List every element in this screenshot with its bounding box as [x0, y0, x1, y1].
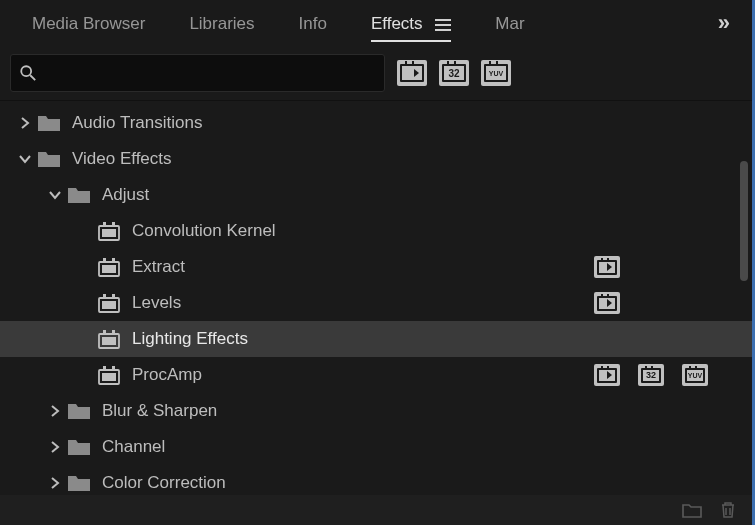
effects-toolbar: 32 YUV: [0, 46, 752, 100]
badge-yuv-icon: YUV: [682, 364, 708, 386]
svg-rect-7: [103, 258, 106, 262]
badge-32bit-icon: 32: [638, 364, 664, 386]
svg-point-0: [21, 66, 31, 76]
effects-tree: Audio TransitionsVideo EffectsAdjustConv…: [0, 101, 752, 492]
tree-item[interactable]: Lighting Effects: [0, 321, 752, 357]
preset-icon: [96, 365, 122, 385]
tree-folder[interactable]: Channel: [0, 429, 752, 465]
svg-line-1: [30, 75, 35, 80]
tab-libraries[interactable]: Libraries: [167, 4, 276, 42]
svg-rect-8: [112, 258, 115, 262]
svg-rect-5: [102, 229, 116, 237]
tree-folder[interactable]: Adjust: [0, 177, 752, 213]
svg-rect-19: [103, 366, 106, 370]
badge-group: [594, 256, 744, 278]
tree-item-label: Video Effects: [72, 149, 594, 169]
svg-rect-17: [102, 337, 116, 345]
effects-tree-container: Audio TransitionsVideo EffectsAdjustConv…: [0, 100, 752, 492]
preset-icon: [96, 293, 122, 313]
panel-tabs: Media Browser Libraries Info Effects Mar…: [0, 0, 752, 46]
badge-group: [594, 292, 744, 314]
tab-markers-truncated[interactable]: Mar: [473, 4, 546, 42]
folder-icon: [66, 401, 92, 421]
tab-media-browser[interactable]: Media Browser: [10, 4, 167, 42]
new-bin-icon[interactable]: [682, 502, 702, 518]
svg-rect-11: [103, 294, 106, 298]
tree-item-label: Blur & Sharpen: [102, 401, 594, 421]
tree-item-label: Extract: [132, 257, 594, 277]
svg-rect-13: [102, 301, 116, 309]
folder-icon: [36, 149, 62, 169]
chevron-down-icon[interactable]: [44, 190, 66, 200]
tab-effects[interactable]: Effects: [349, 4, 473, 42]
scrollbar-thumb[interactable]: [740, 161, 748, 281]
badge-accelerated-icon: [594, 256, 620, 278]
tab-info[interactable]: Info: [277, 4, 349, 42]
preset-icon: [96, 257, 122, 277]
folder-icon: [66, 185, 92, 205]
chevron-right-icon[interactable]: [44, 477, 66, 489]
tree-item-label: ProcAmp: [132, 365, 594, 385]
search-field-wrap: [10, 54, 385, 92]
folder-icon: [36, 113, 62, 133]
tree-item[interactable]: ProcAmp32YUV: [0, 357, 752, 393]
tabs-overflow-button[interactable]: »: [706, 4, 742, 42]
folder-icon: [66, 473, 92, 492]
tree-item-label: Color Correction: [102, 473, 594, 492]
tree-item[interactable]: Levels: [0, 285, 752, 321]
badge-accelerated-icon: [594, 364, 620, 386]
search-input[interactable]: [37, 65, 376, 82]
tree-item-label: Convolution Kernel: [132, 221, 594, 241]
tree-folder[interactable]: Audio Transitions: [0, 105, 752, 141]
filter-accelerated-button[interactable]: [397, 60, 427, 86]
svg-rect-12: [112, 294, 115, 298]
preset-icon: [96, 221, 122, 241]
tree-item-label: Levels: [132, 293, 594, 313]
svg-rect-16: [112, 330, 115, 334]
tree-folder[interactable]: Blur & Sharpen: [0, 393, 752, 429]
panel-menu-icon[interactable]: [435, 19, 451, 31]
svg-rect-20: [112, 366, 115, 370]
chevron-right-icon[interactable]: [44, 405, 66, 417]
preset-icon: [96, 329, 122, 349]
chevron-down-icon[interactable]: [14, 154, 36, 164]
svg-rect-3: [103, 222, 106, 226]
tree-folder[interactable]: Color Correction: [0, 465, 752, 492]
tree-item-label: Adjust: [102, 185, 594, 205]
badge-accelerated-icon: [594, 292, 620, 314]
svg-rect-21: [102, 373, 116, 381]
badge-group: 32YUV: [594, 364, 744, 386]
chevron-right-icon[interactable]: [14, 117, 36, 129]
tree-item-label: Audio Transitions: [72, 113, 594, 133]
filter-32bit-button[interactable]: 32: [439, 60, 469, 86]
tree-item[interactable]: Convolution Kernel: [0, 213, 752, 249]
delete-icon[interactable]: [720, 501, 736, 519]
tree-item[interactable]: Extract: [0, 249, 752, 285]
folder-icon: [66, 437, 92, 457]
search-icon: [19, 64, 37, 82]
panel-footer: [0, 495, 752, 525]
svg-rect-4: [112, 222, 115, 226]
tree-item-label: Lighting Effects: [132, 329, 594, 349]
tree-item-label: Channel: [102, 437, 594, 457]
filter-yuv-button[interactable]: YUV: [481, 60, 511, 86]
tree-folder[interactable]: Video Effects: [0, 141, 752, 177]
chevron-right-icon[interactable]: [44, 441, 66, 453]
svg-rect-15: [103, 330, 106, 334]
svg-rect-9: [102, 265, 116, 273]
